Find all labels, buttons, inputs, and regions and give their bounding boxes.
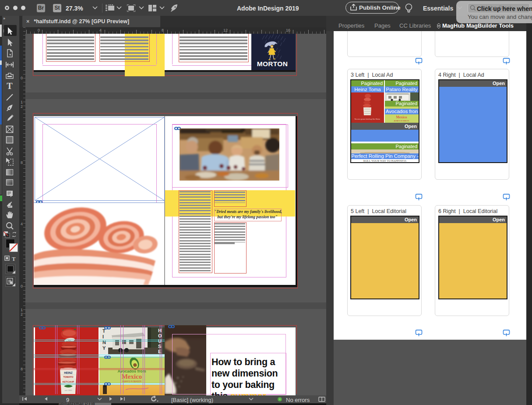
svg-text:TOMATO: TOMATO — [63, 376, 74, 378]
svg-text:HEINZ: HEINZ — [64, 371, 73, 374]
svg-text:ALWAYS IN SEASON: ALWAYS IN SEASON — [122, 380, 141, 383]
svg-text:- ALWAYS IN SEASON -: - ALWAYS IN SEASON - — [393, 120, 410, 122]
svg-text:Mexico: Mexico — [122, 373, 142, 380]
svg-text:N: N — [102, 340, 106, 345]
svg-text:Mexico: Mexico — [396, 115, 407, 119]
svg-text:T: T — [7, 82, 13, 91]
svg-text:T: T — [12, 256, 16, 262]
svg-text:Y: Y — [102, 345, 106, 351]
svg-text:MORTON: MORTON — [257, 60, 288, 68]
svg-text:est• 1869: est• 1869 — [65, 389, 73, 391]
svg-text:No one grows ketchup like Hein: No one grows ketchup like Heinz — [355, 118, 380, 120]
svg-text:I: I — [102, 334, 104, 339]
